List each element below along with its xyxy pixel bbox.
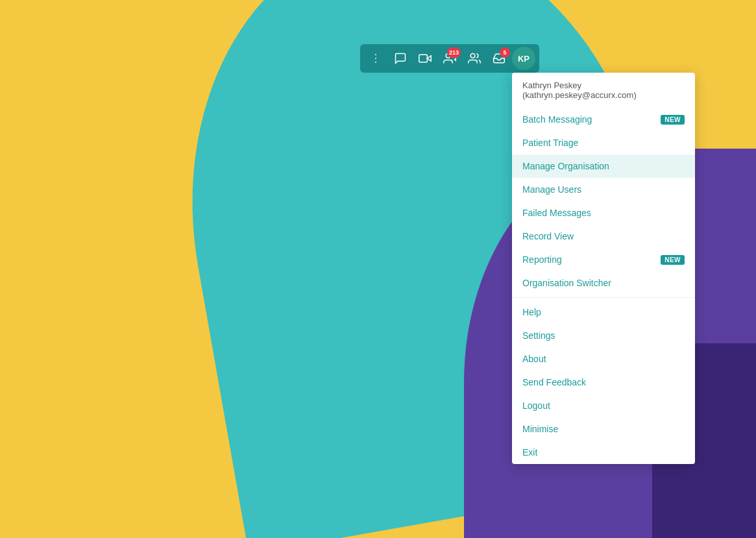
chat-icon [394, 52, 407, 65]
menu-item-organisation-switcher[interactable]: Organisation Switcher [512, 271, 695, 295]
avatar-button[interactable]: KP [512, 47, 535, 70]
video-button[interactable] [413, 47, 437, 70]
avatar-initials: KP [518, 54, 530, 64]
menu-item-label-minimise: Minimise [522, 424, 558, 434]
menu-item-patient-triage[interactable]: Patient Triage [512, 131, 695, 154]
menu-item-label-record-view: Record View [522, 231, 574, 241]
svg-rect-4 [419, 55, 428, 62]
svg-marker-3 [427, 56, 431, 61]
svg-point-1 [375, 58, 376, 59]
menu-item-badge-batch-messaging: NEW [661, 115, 685, 125]
menu-item-about[interactable]: About [512, 347, 695, 371]
svg-point-6 [470, 54, 475, 58]
group-button[interactable] [463, 47, 486, 70]
menu-item-label-failed-messages: Failed Messages [522, 208, 591, 218]
menu-divider [512, 297, 695, 298]
menu-item-label-patient-triage: Patient Triage [522, 138, 578, 148]
inbox-badge: 5 [500, 47, 510, 58]
menu-item-badge-reporting: NEW [661, 255, 685, 265]
menu-item-label-manage-organisation: Manage Organisation [522, 161, 609, 171]
group-icon [468, 52, 481, 65]
svg-point-2 [375, 62, 376, 63]
menu-item-label-settings: Settings [522, 330, 555, 341]
menu-item-settings[interactable]: Settings [512, 324, 695, 347]
menu-item-label-about: About [522, 354, 546, 364]
menu-item-exit[interactable]: Exit [512, 441, 695, 464]
menu-item-label-user-email: Kathryn Peskey (kathryn.peskey@accurx.co… [522, 80, 685, 100]
chat-button[interactable] [389, 47, 412, 70]
menu-item-record-view[interactable]: Record View [512, 225, 695, 248]
menu-item-logout[interactable]: Logout [512, 394, 695, 417]
svg-point-0 [375, 54, 376, 55]
menu-item-send-feedback[interactable]: Send Feedback [512, 371, 695, 394]
users-badge: 213 [447, 47, 461, 58]
menu-item-batch-messaging[interactable]: Batch MessagingNEW [512, 108, 695, 131]
users-add-button[interactable]: 213 [438, 47, 461, 70]
dropdown-menu: Kathryn Peskey (kathryn.peskey@accurx.co… [512, 73, 695, 464]
menu-item-label-organisation-switcher: Organisation Switcher [522, 278, 611, 288]
menu-item-manage-users[interactable]: Manage Users [512, 178, 695, 201]
menu-item-reporting[interactable]: ReportingNEW [512, 248, 695, 271]
menu-item-failed-messages[interactable]: Failed Messages [512, 201, 695, 225]
video-icon [419, 52, 432, 65]
menu-item-manage-organisation[interactable]: Manage Organisation [512, 154, 695, 178]
menu-item-label-reporting: Reporting [522, 254, 562, 265]
menu-item-label-batch-messaging: Batch Messaging [522, 114, 592, 125]
menu-item-help[interactable]: Help [512, 300, 695, 324]
menu-item-label-help: Help [522, 307, 541, 317]
menu-item-label-manage-users: Manage Users [522, 184, 581, 195]
menu-item-label-exit: Exit [522, 447, 537, 458]
menu-item-user-email: Kathryn Peskey (kathryn.peskey@accurx.co… [512, 73, 695, 108]
menu-item-minimise[interactable]: Minimise [512, 417, 695, 441]
dots-vertical-icon [369, 52, 382, 65]
menu-item-label-send-feedback: Send Feedback [522, 377, 586, 387]
more-options-button[interactable] [364, 47, 387, 70]
toolbar: 213 5 KP [360, 44, 539, 73]
inbox-button[interactable]: 5 [487, 47, 511, 70]
menu-item-label-logout: Logout [522, 400, 550, 411]
